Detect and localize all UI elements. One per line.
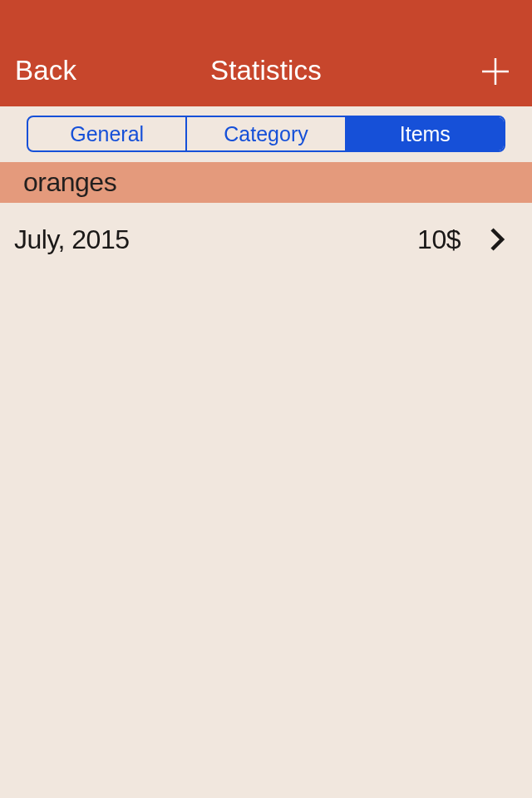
section-header: oranges: [0, 162, 532, 203]
list-item-title: July, 2015: [14, 224, 417, 255]
add-button[interactable]: [479, 55, 512, 88]
segment-general[interactable]: General: [28, 117, 185, 150]
back-button[interactable]: Back: [15, 55, 76, 86]
segment-items[interactable]: Items: [345, 117, 504, 150]
chevron-right-icon: [489, 226, 505, 253]
disclosure-indicator: [479, 221, 515, 258]
segment-category[interactable]: Category: [185, 117, 344, 150]
page-title: Statistics: [0, 55, 532, 86]
header-bar: Back Statistics: [0, 0, 532, 106]
list-item-amount: 10$: [417, 224, 461, 255]
content-area: [0, 276, 532, 798]
list-item[interactable]: July, 2015 10$: [0, 203, 532, 276]
segmented-control-wrap: General Category Items: [0, 106, 532, 162]
segmented-control: General Category Items: [27, 116, 505, 152]
plus-icon: [479, 55, 512, 88]
